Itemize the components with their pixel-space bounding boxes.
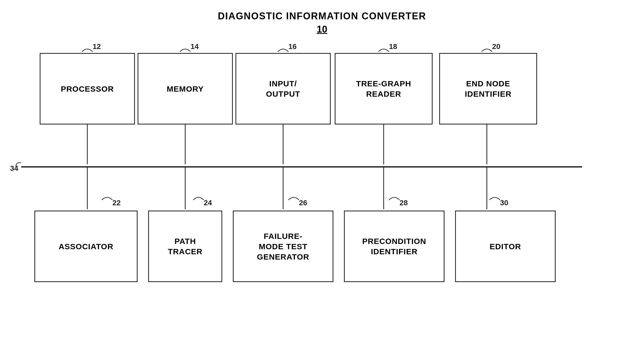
ref-18: 18 [389,42,397,51]
ref-12: 12 [93,42,101,51]
box-precondition-identifier: PRECONDITIONIDENTIFIER [344,211,445,282]
box-tree-graph-reader: TREE-GRAPHREADER [335,53,433,124]
ref-20: 20 [492,42,500,51]
ref-22: 22 [112,199,121,207]
box-memory: MEMORY [138,53,233,124]
ref-34: 34 [10,164,18,173]
ref-16: 16 [288,42,297,51]
ref-30: 30 [500,199,508,207]
box-end-node-identifier: END NODEIDENTIFIER [439,53,537,124]
ref-24: 24 [204,199,212,207]
diagram-container: DIAGNOSTIC INFORMATION CONVERTER 10 [0,0,644,352]
ref-26: 26 [299,199,307,207]
main-title: DIAGNOSTIC INFORMATION CONVERTER [218,11,426,22]
box-processor: PROCESSOR [40,53,135,124]
ref-28: 28 [400,199,408,207]
box-io: INPUT/OUTPUT [235,53,331,124]
box-path-tracer: PATHTRACER [148,211,222,282]
main-number: 10 [317,24,327,35]
box-editor: EDITOR [455,211,556,282]
ref-14: 14 [191,42,199,51]
box-failure-mode-test-generator: FAILURE-MODE TESTGENERATOR [233,211,333,282]
box-associator: ASSOCIATOR [34,211,138,282]
